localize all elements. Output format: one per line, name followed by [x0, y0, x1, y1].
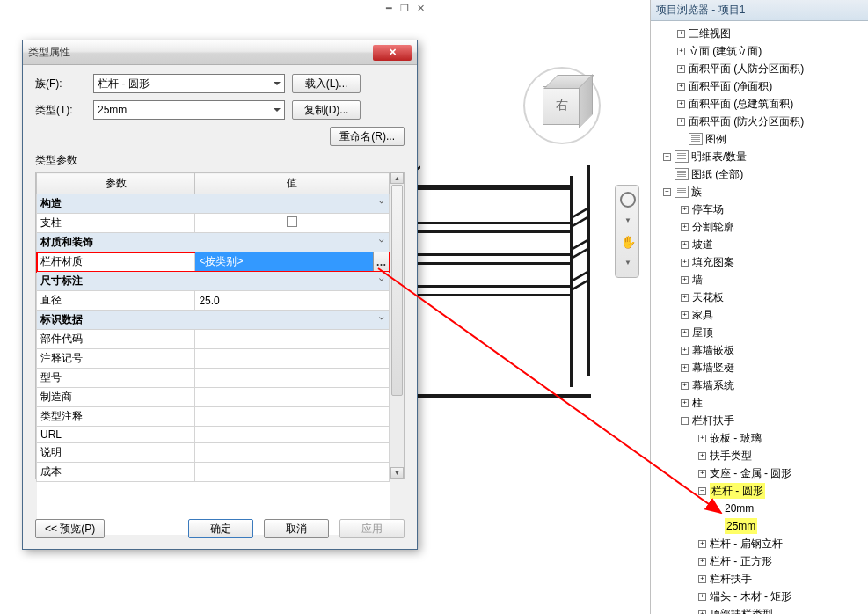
diameter-value[interactable]: 25.0 — [195, 291, 390, 311]
tree-item[interactable]: 幕墙系统 — [692, 377, 734, 393]
minimize-icon[interactable]: ━ — [383, 2, 395, 14]
expand-icon[interactable]: + — [677, 30, 685, 38]
expand-icon[interactable]: + — [681, 364, 689, 372]
tree-item[interactable]: 天花板 — [692, 289, 724, 305]
tree-item[interactable]: 面积平面 (总建筑面积) — [689, 96, 793, 112]
category-construction[interactable]: 构造⌵ — [37, 194, 390, 214]
expand-icon[interactable]: + — [681, 276, 689, 284]
ok-button[interactable]: 确定 — [188, 519, 253, 538]
load-button[interactable]: 载入(L)... — [292, 74, 361, 93]
cancel-button[interactable]: 取消 — [264, 519, 329, 538]
url-value[interactable] — [195, 427, 390, 443]
tree-item[interactable]: 族 — [691, 184, 702, 200]
scroll-thumb[interactable] — [391, 185, 403, 396]
expand-icon[interactable]: + — [681, 329, 689, 337]
tree-item[interactable]: 嵌板 - 玻璃 — [710, 430, 762, 446]
family-dropdown[interactable]: 栏杆 - 圆形 — [93, 74, 285, 93]
tree-item[interactable]: 端头 - 木材 - 矩形 — [710, 588, 791, 604]
tree-item[interactable]: 立面 (建筑立面) — [689, 43, 762, 59]
expand-icon[interactable]: + — [681, 206, 689, 214]
expand-icon[interactable]: + — [677, 83, 685, 91]
category-material[interactable]: 材质和装饰⌵ — [37, 233, 390, 252]
category-identity[interactable]: 标识数据⌵ — [37, 311, 390, 330]
keynote-value[interactable] — [195, 349, 390, 369]
tree-item[interactable]: 图例 — [705, 131, 726, 147]
expand-icon[interactable]: + — [681, 347, 689, 355]
viewcube[interactable]: 右 — [527, 70, 597, 141]
close-button[interactable]: ✕ — [373, 45, 412, 61]
tree-leaf-highlighted[interactable]: 25mm — [725, 518, 757, 534]
tree-item[interactable]: 栏杆扶手 — [710, 571, 752, 587]
cost-value[interactable] — [195, 463, 390, 482]
collapse-icon[interactable]: − — [681, 417, 689, 425]
tree-item[interactable]: 扶手类型 — [710, 448, 752, 464]
tree-item[interactable]: 顶部扶栏类型 — [710, 606, 773, 614]
dialog-titlebar[interactable]: 类型属性 ✕ — [23, 40, 417, 65]
tree-item[interactable]: 图纸 (全部) — [691, 166, 743, 182]
type-comments-value[interactable] — [195, 407, 390, 427]
expand-icon[interactable]: + — [681, 223, 689, 231]
post-checkbox[interactable] — [195, 214, 390, 233]
expand-icon[interactable]: + — [663, 153, 671, 161]
expand-icon[interactable]: + — [677, 65, 685, 73]
tree-item[interactable]: 三维视图 — [689, 26, 731, 41]
manufacturer-value[interactable] — [195, 388, 390, 407]
expand-icon[interactable]: + — [681, 259, 689, 267]
tree-item[interactable]: 填充图案 — [692, 254, 734, 270]
grid-scrollbar[interactable]: ▲ ▼ — [390, 172, 404, 479]
category-dimension[interactable]: 尺寸标注⌵ — [37, 272, 390, 291]
tree-item[interactable]: 幕墙竖梃 — [692, 360, 734, 376]
expand-icon[interactable]: + — [698, 575, 706, 583]
expand-icon[interactable]: + — [677, 118, 685, 126]
expand-icon[interactable]: + — [681, 241, 689, 249]
param-column-header[interactable]: 参数 — [37, 173, 195, 194]
model-value[interactable] — [195, 369, 390, 388]
expand-icon[interactable]: + — [698, 593, 706, 601]
tree-item[interactable]: 分割轮廓 — [692, 219, 734, 235]
expand-icon[interactable]: + — [681, 382, 689, 390]
expand-icon[interactable]: + — [698, 558, 706, 566]
description-value[interactable] — [195, 443, 390, 463]
tree-item[interactable]: 面积平面 (人防分区面积) — [689, 61, 804, 77]
expand-icon[interactable]: + — [698, 470, 706, 478]
tree-item[interactable]: 栏杆 - 正方形 — [710, 553, 772, 569]
expand-icon[interactable]: + — [698, 610, 706, 615]
collapse-icon[interactable]: − — [663, 188, 671, 196]
tree-item[interactable]: 屋顶 — [692, 325, 713, 340]
tree-item[interactable]: 面积平面 (净面积) — [689, 78, 772, 94]
tree-item[interactable]: 支座 - 金属 - 圆形 — [710, 465, 791, 481]
value-column-header[interactable]: 值 — [195, 173, 390, 194]
scroll-up-icon[interactable]: ▲ — [390, 172, 404, 184]
tree-item[interactable]: 柱 — [692, 395, 703, 411]
part-code-value[interactable] — [195, 330, 390, 349]
tree-item-highlighted[interactable]: 栏杆 - 圆形 — [710, 483, 765, 499]
preview-button[interactable]: << 预览(P) — [35, 519, 105, 538]
type-dropdown[interactable]: 25mm — [93, 100, 285, 120]
expand-icon[interactable]: + — [677, 100, 685, 108]
expand-icon[interactable]: + — [698, 435, 706, 442]
tree-item[interactable]: 家具 — [692, 307, 713, 323]
collapse-icon[interactable]: − — [698, 487, 706, 495]
duplicate-button[interactable]: 复制(D)... — [292, 100, 361, 120]
material-browse-button[interactable]: … — [373, 252, 389, 271]
tree-item[interactable]: 坡道 — [692, 237, 713, 252]
rename-button[interactable]: 重命名(R)... — [330, 127, 405, 146]
tree-item[interactable]: 停车场 — [692, 201, 724, 217]
tree-item[interactable]: 幕墙嵌板 — [692, 342, 734, 358]
tree-item[interactable]: 面积平面 (防火分区面积) — [689, 113, 804, 129]
tree-item[interactable]: 栏杆 - 扁钢立杆 — [710, 536, 783, 552]
expand-icon[interactable]: + — [698, 540, 706, 548]
restore-icon[interactable]: ❐ — [398, 2, 411, 14]
project-browser-tree[interactable]: +三维视图 +立面 (建筑立面) +面积平面 (人防分区面积) +面积平面 (净… — [651, 21, 868, 614]
scroll-down-icon[interactable]: ▼ — [390, 467, 404, 479]
baluster-material-value[interactable]: <按类别> … — [195, 252, 390, 272]
tree-item[interactable]: 明细表/数量 — [691, 149, 747, 164]
tree-leaf[interactable]: 20mm — [725, 501, 754, 516]
expand-icon[interactable]: + — [681, 399, 689, 407]
close-view-icon[interactable]: ✕ — [414, 2, 427, 14]
expand-icon[interactable]: + — [698, 452, 706, 460]
expand-icon[interactable]: + — [681, 311, 689, 319]
tree-item[interactable]: 墙 — [692, 272, 703, 288]
expand-icon[interactable]: + — [677, 48, 685, 55]
tree-item[interactable]: 栏杆扶手 — [692, 413, 734, 428]
